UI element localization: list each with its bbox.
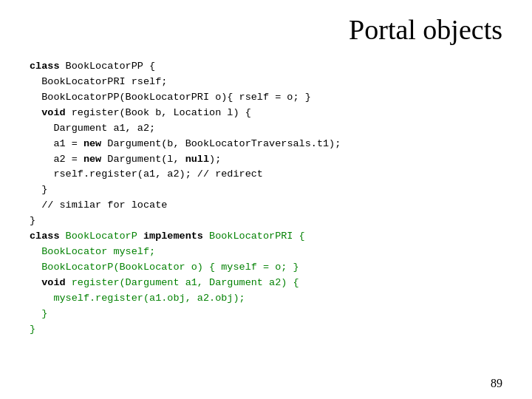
page-title: Portal objects: [0, 0, 532, 53]
code-block: class BookLocatorPP { BookLocatorPRI rse…: [0, 53, 532, 338]
code-line: }: [30, 183, 502, 198]
code-line: }: [30, 307, 502, 322]
code-line: BookLocatorPP(BookLocatorPRI o){ rself =…: [30, 90, 502, 106]
code-line: rself.register(a1, a2); // redirect: [30, 167, 502, 183]
code-line: void register(Dargument a1, Dargument a2…: [30, 276, 502, 291]
code-line: void register(Book b, Location l) {: [30, 106, 502, 121]
code-line: }: [30, 214, 502, 229]
code-line: class BookLocatorP implements BookLocato…: [30, 229, 502, 245]
code-line: }: [30, 322, 502, 338]
code-line: a2 = new Dargument(l, null);: [30, 152, 502, 168]
code-line: myself.register(a1.obj, a2.obj);: [30, 291, 502, 307]
code-line: class BookLocatorPP {: [30, 59, 502, 75]
code-line: BookLocatorPRI rself;: [30, 75, 502, 90]
code-line: BookLocatorP(BookLocator o) { myself = o…: [30, 260, 502, 276]
code-line: Dargument a1, a2;: [30, 121, 502, 137]
code-line: BookLocator myself;: [30, 245, 502, 260]
code-line: // similar for locate: [30, 198, 502, 214]
page-number: 89: [491, 377, 502, 390]
code-line: a1 = new Dargument(b, BookLocatorTravers…: [30, 137, 502, 152]
